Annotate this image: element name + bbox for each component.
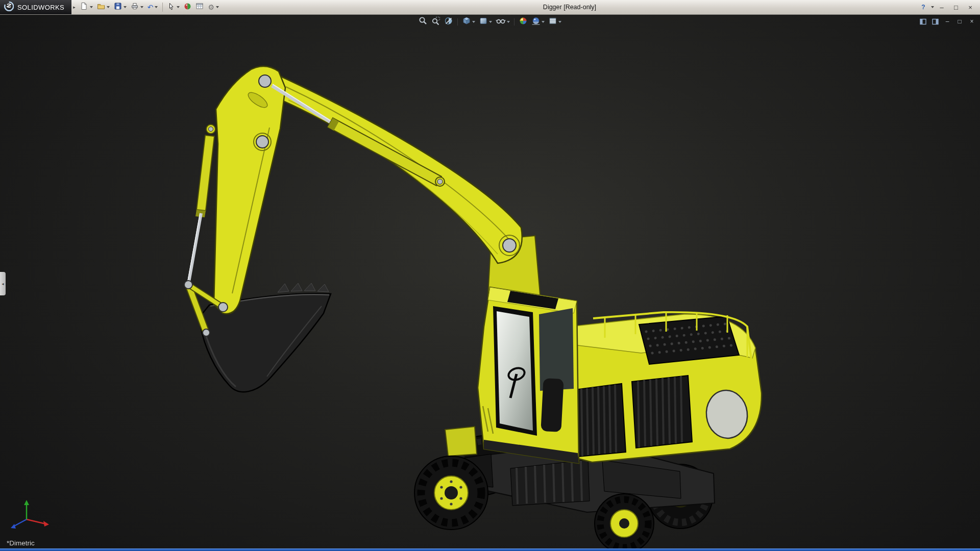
open-folder-icon [97,2,105,12]
appearance-ball-icon [184,3,191,12]
zoom-to-fit-icon [419,16,428,28]
title-bar: SOLIDWORKS ▸ ↶ [0,0,980,15]
bucket-cylinder[interactable] [187,124,215,285]
view-orientation-button[interactable] [462,17,475,27]
maximize-button[interactable]: □ [949,2,963,12]
zoom-to-area-icon [431,16,440,28]
bucket-teeth [278,283,329,292]
apply-scene-button[interactable] [531,17,545,27]
display-style-button[interactable] [479,17,492,27]
minimize-button[interactable]: – [935,2,948,12]
doc-restore-button[interactable]: □ [955,17,964,26]
dropdown-caret-icon [177,6,180,8]
spreadsheet-icon [195,2,204,12]
side-window [539,308,574,391]
section-view-icon [444,16,453,28]
solidworks-logo: SOLIDWORKS [0,0,71,14]
rainbow-sphere-icon [519,16,528,28]
toolbar-separator [162,3,163,12]
menu-flyout-arrow-icon[interactable]: ▸ [73,5,76,10]
brand-name: SOLIDWORKS [17,4,64,11]
dropdown-caret-icon [558,21,561,23]
appearances-button[interactable] [182,1,193,13]
select-button[interactable] [166,1,181,13]
windshield-glass [497,311,533,431]
edit-appearance-button[interactable] [519,17,528,27]
display-style-icon [479,16,488,28]
dropdown-caret-icon [216,6,219,8]
save-button[interactable] [112,1,128,13]
new-document-button[interactable] [79,1,94,13]
wheel-front-left[interactable] [414,456,488,530]
gear-icon: ⚙ [208,4,214,11]
wheel-rear-left[interactable] [595,494,654,551]
hide-show-items-button[interactable] [496,17,510,27]
dassault-3ds-logo-icon [4,2,14,13]
stick-arm[interactable] [214,66,285,314]
zoom-to-area-button[interactable] [431,17,440,27]
hud-separator [457,18,458,26]
select-cursor-icon [167,3,175,12]
document-window-controls: – □ × [919,17,976,26]
featuremanager-collapse-tab[interactable]: ◂ [0,272,6,295]
help-dropdown-caret-icon[interactable] [931,6,934,8]
print-button[interactable] [129,1,145,13]
undo-icon: ↶ [148,4,154,11]
dropdown-caret-icon [472,21,475,23]
dropdown-caret-icon [155,6,158,8]
heads-up-view-toolbar [419,17,561,27]
dropdown-caret-icon [90,6,93,8]
dropdown-caret-icon [107,6,110,8]
dropdown-caret-icon [542,21,545,23]
pane-left-icon[interactable] [919,17,927,26]
dropdown-caret-icon [489,21,492,23]
undo-button[interactable]: ↶ [146,1,160,13]
view-cube-icon [462,16,471,28]
help-button[interactable]: ? [918,2,928,12]
new-document-icon [80,2,88,12]
digger-model-scene[interactable] [0,14,980,551]
options-button[interactable]: ⚙ [206,1,220,13]
hud-separator [514,18,514,26]
cab[interactable] [478,287,579,463]
zoom-to-fit-button[interactable] [419,17,428,27]
open-button[interactable] [95,1,111,13]
print-icon [131,2,139,12]
dropdown-caret-icon [140,6,143,8]
doc-minimize-button[interactable]: – [943,17,951,26]
view-orientation-label: *Dimetric [7,539,35,547]
window-title: Digger [Read-only] [221,4,918,11]
design-table-button[interactable] [194,1,205,13]
view-settings-button[interactable] [548,17,561,27]
seat [541,378,564,432]
save-floppy-icon [114,2,122,12]
window-controls: ? – □ × [918,2,980,12]
engine-housing[interactable] [559,312,762,462]
dropdown-caret-icon [507,21,510,23]
close-button[interactable]: × [964,2,977,12]
section-view-button[interactable] [444,17,453,27]
doc-close-button[interactable]: × [968,17,976,26]
pane-right-icon[interactable] [931,17,939,26]
glasses-icon [496,16,506,28]
apex-pivot [259,75,271,87]
graphics-area[interactable]: – □ × ◂ [0,14,980,551]
taskbar-edge [0,548,980,551]
view-settings-icon [548,16,557,28]
dropdown-caret-icon [124,6,127,8]
reference-triad [11,500,49,529]
scene-sphere-icon [531,16,541,28]
